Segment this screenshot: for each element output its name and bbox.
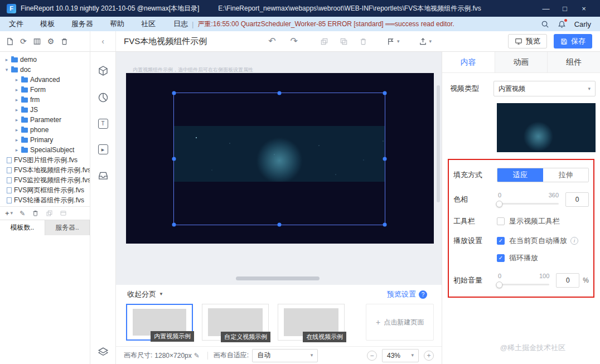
delete-template-icon[interactable] [60,37,69,46]
selection-handle[interactable] [172,91,176,95]
tree-file-fvs-webframe[interactable]: FVS网页框组件示例.fvs [0,185,90,195]
plugin-gear-icon[interactable]: ⚙ [47,37,55,45]
tree-folder-js[interactable]: ▸ JS [0,105,90,115]
send-backward-icon[interactable] [340,37,348,46]
statusbar-divider [207,352,208,360]
page-thumbnail-builtin-video[interactable]: 内置视频示例 [126,304,193,341]
tab-animation[interactable]: 动画 [495,52,548,72]
volume-slider[interactable] [498,284,549,285]
flag-menu[interactable]: ▾ [386,37,400,46]
component-library-icon[interactable] [98,65,109,76]
menu-server[interactable]: 服务器 [71,19,93,29]
close-button[interactable]: × [574,4,593,13]
hue-value-input[interactable] [565,192,589,207]
minimize-button[interactable]: — [536,4,555,13]
media-widget-icon[interactable]: ▶ [98,144,108,154]
tab-server-dataset[interactable]: 服务器.. [45,220,90,235]
vertical-scrollbar[interactable] [437,85,440,202]
show-toolbar-checkbox[interactable] [497,217,505,225]
page-thumbnail-online-video[interactable]: 在线视频示例 [278,304,345,341]
menu-community[interactable]: 社区 [141,19,156,29]
selection-handle[interactable] [172,157,176,161]
design-canvas[interactable] [126,73,434,244]
video-preview-thumbnail[interactable] [497,103,596,152]
user-name[interactable]: Carly [574,20,591,28]
component-selection-box[interactable] [173,93,385,225]
tree-folder-parameter[interactable]: ▸ Parameter [0,115,90,125]
fill-option-stretch[interactable]: 拉伸 [543,168,589,182]
menu-file[interactable]: 文件 [9,19,23,29]
new-page-button[interactable]: + 点击新建页面 [366,304,434,341]
new-template-icon[interactable] [6,37,14,46]
maximize-button[interactable]: □ [555,4,574,13]
selection-handle[interactable] [278,223,282,227]
bring-forward-icon[interactable] [320,37,328,46]
page-thumbnail-custom-video[interactable]: 自定义视频示例 [202,304,269,341]
add-dataset-button[interactable]: + ▾ [5,210,13,217]
refresh-icon[interactable]: ⟳ [20,37,27,45]
tree-folder-doc[interactable]: ▾ doc [0,65,90,75]
selection-handle[interactable] [383,157,387,161]
tree-file-fvs-monitor-video[interactable]: FVS监控视频组件示例.fvs [0,175,90,185]
menu-help[interactable]: 帮助 [110,19,124,29]
search-icon[interactable] [541,20,549,28]
tree-folder-specialsubject[interactable]: ▸ SpecialSubject [0,145,90,155]
volume-slider-knob[interactable] [496,282,502,288]
copy-dataset-icon[interactable] [46,210,53,217]
zoom-in-button[interactable]: + [424,351,434,361]
hue-slider-knob[interactable] [496,201,502,207]
tab-content[interactable]: 内容 [442,52,495,72]
fill-option-fit[interactable]: 适应 [497,168,543,182]
zoom-out-button[interactable]: − [367,351,377,361]
volume-value-input[interactable] [556,273,579,288]
edit-size-icon[interactable]: ✎ [194,352,200,359]
save-button[interactable]: 保存 [554,34,592,48]
delete-dataset-icon[interactable] [32,210,39,217]
tab-template-dataset[interactable]: 模板数.. [0,220,45,235]
assets-widget-icon[interactable] [98,170,109,181]
video-type-select[interactable]: 内置视频 ▾ [493,81,596,96]
log-label[interactable]: 日志 [173,19,188,29]
info-icon[interactable]: i [570,237,578,245]
selection-handle[interactable] [278,91,282,95]
text-widget-icon[interactable]: T [98,119,108,129]
tab-component[interactable]: 组件 [548,52,600,72]
zoom-level-select[interactable]: 43% ▾ [382,349,419,362]
tree-folder-advanced[interactable]: ▸ Advanced [0,75,90,85]
delete-component-icon[interactable] [359,37,367,46]
tree-folder-phone[interactable]: ▸ phone [0,125,90,135]
loop-checkbox[interactable]: ✓ [497,254,505,262]
selection-handle[interactable] [383,91,387,95]
hue-slider[interactable] [498,203,559,205]
tree-file-fvs-local-video[interactable]: FVS本地视频组件示例.fvs [0,165,90,175]
horizontal-scrollbar[interactable] [236,276,320,280]
preview-settings-link[interactable]: 预览设置 ? [387,289,427,299]
selection-handle[interactable] [172,223,176,227]
tree-file-fvs-carousel[interactable]: FVS轮播器组件示例.fvs [0,195,90,205]
autoplay-checkbox[interactable]: ✓ [497,237,505,245]
tree-folder-primary[interactable]: ▸ Primary [0,135,90,145]
undo-icon[interactable]: ↶ [268,37,275,46]
chart-widget-icon[interactable] [98,92,109,103]
fill-mode-segmented-control: 适应 拉伸 [497,168,589,182]
preview-button[interactable]: 预览 [508,34,547,48]
document-title: FVS本地视频组件示例 [124,36,207,47]
tree-file-fvs-image[interactable]: FVS图片组件示例.fvs [0,155,90,165]
tree-folder-form[interactable]: ▸ Form [0,85,90,95]
collapse-pages-button[interactable]: 收起分页 ▼ [127,289,163,299]
preview-dataset-icon[interactable] [60,210,67,217]
canvas-viewport[interactable]: 内置视频组件示例，选中组件后可在右侧面板设置属性 [116,52,442,285]
collapse-panel-arrow[interactable]: ‹ [90,31,116,51]
selection-handle[interactable] [383,223,387,227]
tree-folder-demo[interactable]: ▸ demo [0,55,90,65]
tree-folder-frm[interactable]: ▸ frm [0,95,90,105]
redo-icon[interactable]: ↷ [291,37,298,46]
layers-panel-icon[interactable] [98,346,109,357]
canvas-fit-select[interactable]: 自动 ▾ [252,349,318,362]
video-type-row: 视频类型 内置视频 ▾ [447,81,596,96]
notifications-bell-icon[interactable] [558,20,566,28]
menu-template[interactable]: 模板 [40,19,55,29]
template-grid-icon[interactable] [33,37,41,46]
publish-menu[interactable]: ▾ [419,37,432,46]
edit-dataset-icon[interactable]: ✎ [20,210,25,217]
